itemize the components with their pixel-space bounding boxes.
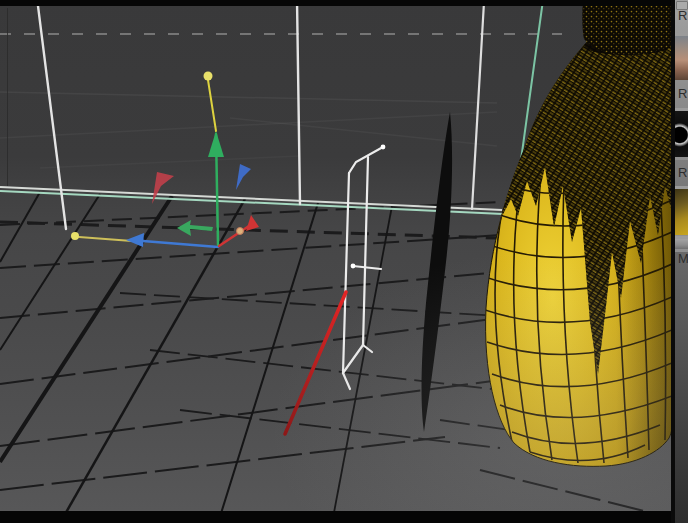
hanger-vertex-top: [381, 145, 386, 150]
hanger-vertex-mid: [351, 264, 356, 269]
viewport-3d: R R R M: [0, 0, 688, 523]
far-grid-faint-lines: [0, 92, 497, 168]
bottom-letterbox-bar: [0, 511, 672, 523]
pole-spline-right: [472, 2, 484, 209]
blue-bank-handle: [236, 164, 251, 190]
materials-panel: R R R M: [675, 0, 688, 523]
world-axis-teal-line: [0, 191, 503, 214]
gizmo-yellow-ball-left: [71, 232, 79, 240]
scene-svg: [0, 0, 688, 523]
gray-material-thumb[interactable]: [675, 236, 688, 252]
x-axis-line: [143, 241, 218, 247]
hanger-left-foot: [343, 373, 350, 389]
gizmo-yellow-ball-top: [204, 72, 213, 81]
viewport-left-edge-line: [7, 8, 8, 186]
gizmo-yellow-link-left: [79, 237, 132, 241]
material-item-label: R: [678, 8, 688, 23]
dark-ring-material-thumb[interactable]: [675, 108, 688, 160]
y-axis-arrow: [208, 131, 224, 157]
material-item-label: M: [678, 251, 688, 266]
material-item-label: R: [678, 86, 688, 101]
hanger-right-vertical: [363, 157, 368, 345]
hanger-top-diagonal: [349, 147, 383, 173]
green-plane-handle: [177, 220, 213, 236]
x-axis-arrow: [126, 233, 144, 247]
gizmo-yellow-link-top: [208, 80, 216, 131]
yellow-material-thumb[interactable]: [675, 186, 688, 238]
top-letterbox-bar: [0, 0, 674, 6]
hanger-crossbar: [353, 266, 381, 269]
bag-object[interactable]: [485, 0, 679, 466]
pole-spline-center: [297, 0, 300, 204]
material-item-label: R: [678, 165, 688, 180]
gizmo-origin-ball: [237, 228, 244, 235]
hanger-bottom-diagonal: [343, 345, 363, 373]
world-axis-lines: [0, 187, 503, 214]
z-axis-arrow: [246, 215, 259, 231]
red-spline-object[interactable]: [285, 292, 346, 434]
disc-object[interactable]: [422, 112, 453, 432]
portrait-material-thumb[interactable]: [675, 33, 688, 83]
world-axis-white-line: [0, 187, 502, 210]
bag-top-knot: [582, 0, 672, 55]
